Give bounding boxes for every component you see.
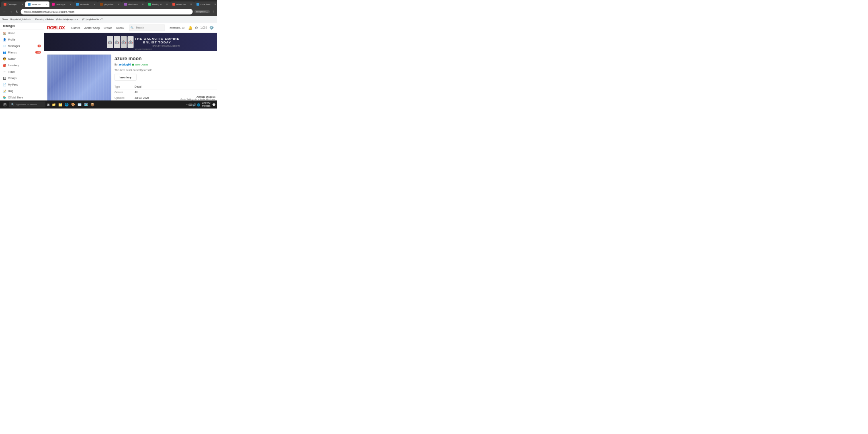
speaker-icon[interactable]: 🔊 bbox=[193, 103, 196, 106]
tab-label: mixed berry - Robl... bbox=[176, 3, 189, 6]
sidebar-item-home[interactable]: 🏠 Home bbox=[0, 30, 44, 36]
sidebar-item-trade[interactable]: ↔️ Trade bbox=[0, 68, 44, 75]
bookmark-(21)-nightbarbie---t...[interactable]: (21) nightbarbie - T... bbox=[82, 18, 104, 20]
sidebar-item-messages[interactable]: ✉️ Messages4 bbox=[0, 43, 44, 49]
nav-item-avatar-shop[interactable]: Avatar Shop bbox=[84, 26, 100, 29]
browser-tab-azure[interactable]: azure moon - Robl... ✕ bbox=[25, 2, 49, 7]
inventory-button[interactable]: Inventory bbox=[115, 74, 136, 81]
item-owner[interactable]: zeddog96 bbox=[119, 63, 131, 66]
address-right: Incognito (2) ⋮ bbox=[194, 10, 215, 14]
profile-icon: 👤 bbox=[3, 38, 6, 41]
tab-bar: Develop - Roblox ✕ azure moon - Robl... … bbox=[0, 0, 217, 7]
sidebar-item-myfeed[interactable]: 📄 My Feed bbox=[0, 81, 44, 88]
tab-favicon bbox=[4, 3, 6, 6]
tab-favicon bbox=[172, 3, 175, 6]
notification-icon[interactable]: 💬 bbox=[212, 103, 216, 106]
sidebar-item-inventory[interactable]: 🎒 Inventory bbox=[0, 62, 44, 68]
tab-label: azure moon - Robl... bbox=[32, 3, 44, 6]
sidebar-label-home: Home bbox=[8, 31, 15, 35]
sidebar-label-blog: Blog bbox=[8, 89, 13, 92]
files-icon[interactable]: 🗂️ bbox=[57, 102, 63, 106]
owned-label: Item Owned bbox=[135, 63, 148, 66]
header-nav: GamesAvatar ShopCreateRobux bbox=[71, 26, 124, 29]
item-title: azure moon bbox=[115, 56, 141, 61]
nav-item-games[interactable]: Games bbox=[71, 26, 80, 29]
ad-text: THE GALACTIC EMPIREENLIST TODAY bbox=[135, 37, 179, 44]
nav-item-create[interactable]: Create bbox=[104, 26, 112, 29]
sidebar-item-profile[interactable]: 👤 Profile bbox=[0, 36, 44, 43]
tab-close-button[interactable]: ✕ bbox=[118, 3, 120, 6]
tab-favicon bbox=[124, 3, 127, 6]
sidebar-label-avatar: Avatar bbox=[8, 57, 16, 60]
tab-close-button[interactable]: ✕ bbox=[142, 3, 144, 6]
tab-close-button[interactable]: ✕ bbox=[190, 3, 192, 6]
sidebar-label-official-store: Official Store bbox=[8, 96, 23, 99]
taskbar-right: ^ ⌨ 🔊 🌐 2:40 PM 7/3/2020 💬 bbox=[186, 101, 215, 107]
sidebar-item-groups[interactable]: 🔲 Groups bbox=[0, 75, 44, 81]
robux-icon[interactable]: ⊙ bbox=[195, 25, 198, 30]
tab-label: gingerbread - Robl... bbox=[104, 3, 117, 6]
keyboard-icon: ⌨ bbox=[188, 103, 192, 106]
bookmark-news[interactable]: News bbox=[2, 18, 8, 20]
menu-icon[interactable]: ⋮ bbox=[211, 10, 215, 14]
folder-icon[interactable]: 📁 bbox=[51, 102, 57, 106]
address-input[interactable] bbox=[21, 9, 193, 14]
back-button[interactable]: ← bbox=[2, 9, 7, 14]
sidebar-item-friends[interactable]: 👥 Friends184 bbox=[0, 49, 44, 55]
tab-close-button[interactable]: ✕ bbox=[45, 3, 47, 6]
by-label: By bbox=[115, 63, 118, 66]
mail-icon[interactable]: ✉️ bbox=[77, 102, 82, 106]
tab-close-button[interactable]: ✕ bbox=[214, 3, 216, 6]
bookmark-(14)-cristalpony-x-ca...[interactable]: (14) cristalpony x ca... bbox=[56, 18, 80, 20]
groups-icon: 🔲 bbox=[3, 76, 6, 80]
start-button[interactable]: ⊞ bbox=[2, 102, 8, 107]
browser-tab-develop[interactable]: Develop - Roblox ✕ bbox=[1, 2, 25, 7]
sidebar: zeddog96 🏠 Home👤 Profile✉️ Messages4👥 Fr… bbox=[0, 23, 44, 108]
sidebar-item-official-store[interactable]: 🏪 Official Store bbox=[0, 94, 44, 100]
header-right: zeddog96, 13+ 🔔 ⊙ 1,035 ⚙️ bbox=[170, 25, 214, 30]
updated-value: Jul 03, 2020 bbox=[135, 96, 149, 100]
browser-icon[interactable]: 🌐 bbox=[64, 102, 70, 106]
incognito-badge: Incognito (2) bbox=[194, 10, 210, 13]
tab-close-button[interactable]: ✕ bbox=[166, 3, 168, 6]
sidebar-item-avatar[interactable]: 🧑 Avatar bbox=[0, 55, 44, 62]
notifications-icon[interactable]: 🔔 bbox=[188, 25, 192, 30]
sidebar-username: zeddog96 bbox=[0, 23, 44, 30]
sidebar-label-trade: Trade bbox=[8, 70, 15, 73]
sidebar-label-groups: Groups bbox=[8, 76, 16, 80]
browser-tab-mixed[interactable]: mixed berry - Robl... ✕ bbox=[170, 2, 194, 7]
tab-close-button[interactable]: ✕ bbox=[21, 3, 23, 6]
sidebar-item-blog[interactable]: 📝 Blog bbox=[0, 88, 44, 94]
badge-messages: 4 bbox=[38, 45, 41, 47]
tab-close-button[interactable]: ✕ bbox=[70, 3, 72, 6]
tab-close-button[interactable]: ✕ bbox=[94, 3, 96, 6]
home-icon: 🏠 bbox=[3, 31, 6, 35]
type-label: Type bbox=[115, 85, 135, 88]
bookmark-develop---roblox[interactable]: Develop - Roblox bbox=[35, 18, 54, 20]
browser-tab-flowing[interactable]: flowing vines - Rob... ✕ bbox=[146, 2, 170, 7]
bookmark-royale-high-admin...[interactable]: Royale High Admin... bbox=[10, 18, 33, 20]
browser-tab-shadow[interactable]: shadow empress -... ✕ bbox=[122, 2, 146, 7]
browser-tab-winter[interactable]: winter dust - Robl... ✕ bbox=[74, 2, 98, 7]
search-input[interactable] bbox=[129, 25, 165, 31]
taskbar-search[interactable]: 🔍 Type here to search bbox=[9, 102, 45, 107]
nav-item-robux[interactable]: Robux bbox=[116, 26, 124, 29]
up-arrow-icon[interactable]: ^ bbox=[186, 103, 188, 106]
map-icon[interactable]: 🗺️ bbox=[83, 102, 89, 106]
updated-label: Updated bbox=[115, 96, 135, 100]
badge-friends: 184 bbox=[35, 51, 41, 54]
paint-icon[interactable]: 🎨 bbox=[70, 102, 76, 106]
settings-icon[interactable]: ⚙️ bbox=[209, 25, 214, 30]
app-icon[interactable]: 📦 bbox=[90, 102, 95, 106]
tab-favicon bbox=[148, 3, 151, 6]
genres-label: Genres bbox=[115, 91, 135, 94]
taskbar: ⊞ 🔍 Type here to search ⊞ 📁 🗂️ 🌐 🎨 ✉️ 🗺️… bbox=[0, 100, 217, 108]
browser-tab-codebreaker[interactable]: code breaker - Rob... ✕ bbox=[194, 2, 217, 7]
reload-button[interactable]: ↻ bbox=[15, 9, 19, 14]
tab-label: Develop - Roblox bbox=[8, 3, 20, 6]
forward-button[interactable]: → bbox=[8, 9, 13, 14]
browser-tab-gingerbread[interactable]: gingerbread - Robl... ✕ bbox=[98, 2, 122, 7]
taskview-icon[interactable]: ⊞ bbox=[46, 102, 51, 106]
browser-tab-peachy[interactable]: peachy pink - Robl... ✕ bbox=[49, 2, 74, 7]
network-icon[interactable]: 🌐 bbox=[197, 103, 200, 106]
